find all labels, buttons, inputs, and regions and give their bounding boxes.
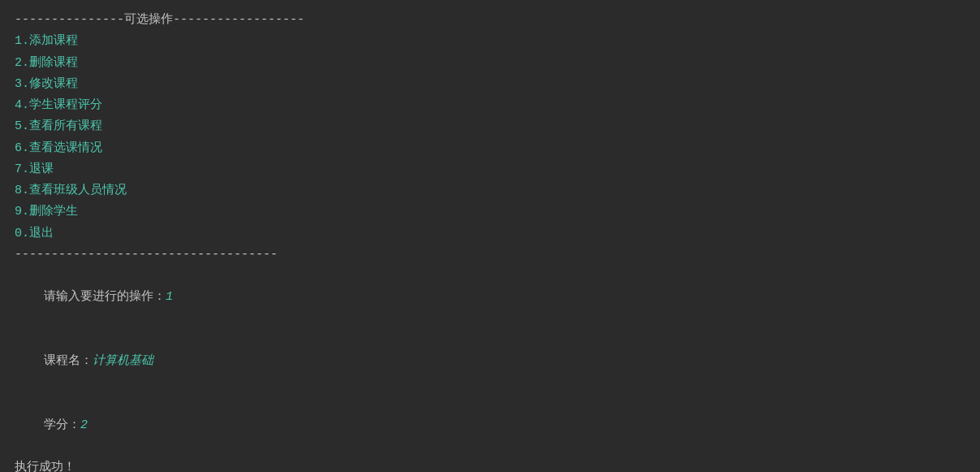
- prompt-operation: 请输入要进行的操作：1: [15, 266, 965, 330]
- prompt-course-value: 计算机基础: [93, 354, 153, 368]
- success-message: 执行成功！: [15, 457, 965, 472]
- prompt-credit-label: 学分：: [44, 418, 80, 432]
- menu-item-8: 8.查看班级人员情况: [15, 180, 965, 201]
- menu-item-1: 1.添加课程: [15, 31, 965, 52]
- menu-item-9: 9.删除学生: [15, 201, 965, 223]
- menu-item-5: 5.查看所有课程: [15, 116, 965, 137]
- menu-item-7: 7.退课: [15, 159, 965, 180]
- menu-item-6: 6.查看选课情况: [15, 138, 965, 159]
- prompt-operation-value: 1: [166, 290, 173, 304]
- menu-item-2: 2.删除课程: [15, 53, 965, 74]
- divider-top: ---------------可选操作------------------: [15, 10, 965, 31]
- menu-item-3: 3.修改课程: [15, 74, 965, 95]
- menu-list: 1.添加课程 2.删除课程 3.修改课程 4.学生课程评分 5.查看所有课程 6…: [15, 31, 965, 245]
- menu-item-0: 0.退出: [15, 223, 965, 245]
- prompt-operation-label: 请输入要进行的操作：: [44, 290, 166, 304]
- terminal-window: ---------------可选操作------------------ 1.…: [15, 10, 965, 472]
- divider-bottom: ------------------------------------: [15, 245, 965, 266]
- prompt-credit: 学分：2: [15, 394, 965, 458]
- prompt-credit-value: 2: [80, 418, 88, 432]
- menu-item-4: 4.学生课程评分: [15, 95, 965, 116]
- prompt-course-label: 课程名：: [44, 354, 93, 368]
- prompt-course: 课程名：计算机基础: [15, 330, 965, 394]
